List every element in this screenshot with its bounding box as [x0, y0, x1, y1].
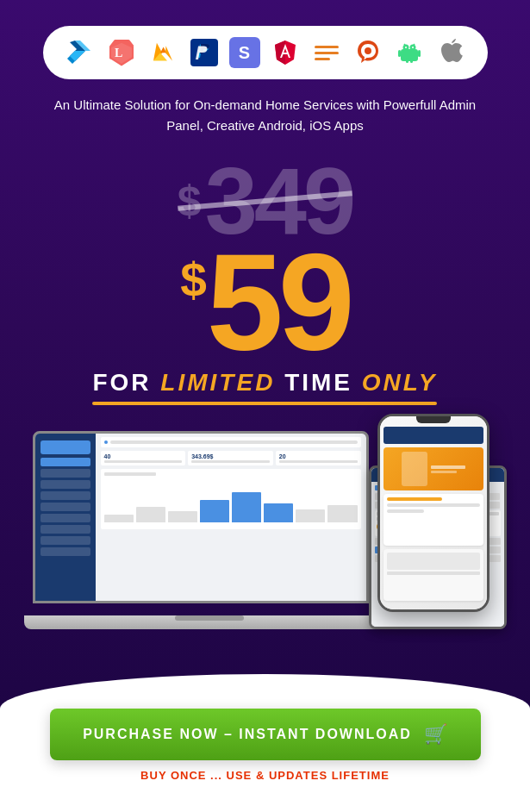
dashboard-ui: 40 343.69$ 20 [35, 434, 366, 601]
devices-wrapper: 40 343.69$ 20 [24, 422, 507, 629]
subtitle-text: An Ultimate Solution for On-demand Home … [0, 95, 530, 136]
limited-time-section: FOR LIMITED TIME ONLY [92, 369, 437, 405]
phone-card-line-3 [387, 509, 424, 513]
dash-sidebar [35, 434, 96, 601]
stat-card-2: 343.69$ [188, 451, 273, 465]
price-new-wrapper: $ 59 [180, 240, 350, 364]
stat-1-value: 40 [104, 453, 183, 459]
sidebar-item-3 [41, 480, 90, 489]
phone-img-placeholder [383, 447, 483, 490]
android-icon [393, 36, 426, 69]
phone-notch [416, 416, 451, 423]
chart-bar-7 [296, 509, 325, 522]
codeigniter-icon [352, 36, 384, 69]
icons-bar: L S [43, 26, 488, 79]
phone-card-2 [383, 549, 483, 601]
phone-header [383, 427, 483, 444]
sidebar-item-6 [41, 514, 90, 522]
sidebar-item-1 [41, 458, 90, 466]
dash-chart [101, 469, 361, 529]
price-new: 59 [207, 240, 350, 364]
laptop-base [24, 615, 395, 629]
chart-bars [104, 479, 358, 522]
dash-stats: 40 343.69$ 20 [101, 451, 361, 465]
sidebar-item-7 [41, 525, 90, 534]
svg-rect-12 [315, 58, 330, 60]
stat-2-label [191, 460, 270, 463]
svg-rect-21 [418, 50, 421, 57]
sidebar-item-2 [41, 469, 90, 478]
lines-icon [310, 36, 343, 69]
phone-content [380, 423, 487, 608]
main-container: L S [0, 0, 530, 812]
sidebar-item-9 [41, 547, 90, 556]
laravel-icon: L [105, 36, 138, 69]
underline-bar [92, 402, 437, 405]
cta-button-text: PURCHASE NOW – INSTANT DOWNLOAD [83, 727, 412, 742]
chart-bar-5 [232, 492, 261, 522]
cart-icon: 🛒 [424, 723, 447, 746]
phone-card-line-2 [387, 503, 480, 507]
svg-point-18 [405, 47, 407, 48]
laptop-screen: 40 343.69$ 20 [33, 431, 369, 603]
chart-bar-2 [136, 507, 165, 522]
dash-sidebar-logo [41, 440, 90, 454]
firebase-icon [147, 36, 179, 69]
flutter-icon [64, 36, 97, 69]
phone-card-1 [383, 494, 483, 546]
dash-main: 40 343.69$ 20 [96, 434, 366, 601]
svg-text:L: L [115, 47, 122, 59]
chart-bar-6 [264, 503, 293, 522]
price-old-dollar: $ [178, 176, 202, 226]
chart-bar-3 [168, 511, 197, 522]
svg-rect-20 [398, 50, 401, 57]
dash-header [101, 437, 361, 447]
svg-rect-22 [406, 58, 408, 63]
chart-bar-1 [104, 515, 134, 522]
svg-rect-5 [190, 39, 218, 66]
price-new-dollar: $ [180, 257, 207, 304]
dash-header-dot [104, 440, 108, 444]
purchase-button[interactable]: PURCHASE NOW – INSTANT DOWNLOAD 🛒 [50, 709, 481, 760]
chart-bar-4 [200, 500, 229, 522]
svg-rect-11 [315, 52, 339, 54]
laptop-mockup: 40 343.69$ 20 [24, 431, 395, 629]
phone-mockup [377, 414, 489, 612]
stripe-icon: S [229, 37, 260, 68]
highlight-limited: LIMITED [160, 369, 275, 396]
apple-icon [434, 36, 467, 69]
sidebar-item-4 [41, 491, 90, 500]
stat-3-value: 20 [279, 453, 358, 459]
cta-section: PURCHASE NOW – INSTANT DOWNLOAD 🛒 BUY ON… [0, 678, 530, 812]
laptop-notch [175, 615, 244, 621]
chart-bar-8 [327, 505, 357, 522]
cta-subtext: BUY ONCE ... USE & UPDATES LIFETIME [140, 769, 390, 782]
stat-1-label [104, 460, 183, 463]
angular-icon [269, 36, 302, 69]
phone-screen [380, 416, 487, 609]
svg-rect-13 [401, 49, 418, 61]
highlight-only: ONLY [362, 369, 438, 396]
stat-card-3: 20 [276, 451, 361, 465]
sidebar-item-8 [41, 536, 90, 545]
svg-point-19 [412, 47, 414, 48]
stat-2-value: 343.69$ [191, 453, 270, 459]
stat-3-label [279, 460, 358, 463]
sidebar-item-5 [41, 503, 90, 511]
stat-card-1: 40 [101, 451, 186, 465]
svg-rect-23 [410, 58, 413, 63]
phone-card-line-1 [387, 497, 443, 501]
svg-rect-10 [315, 46, 339, 48]
limited-time-text: FOR LIMITED TIME ONLY [92, 369, 437, 397]
paypal-icon [188, 36, 221, 69]
